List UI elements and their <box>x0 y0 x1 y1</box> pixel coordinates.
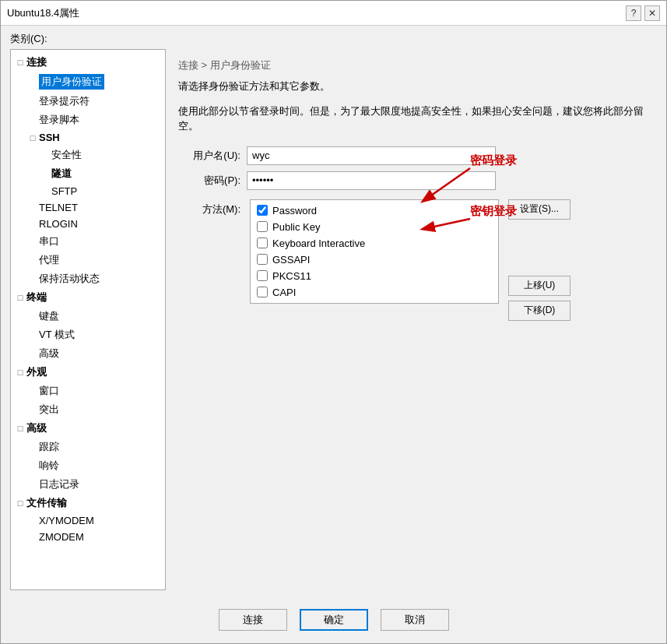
title-bar-buttons: ? ✕ <box>626 5 660 21</box>
method-item-password[interactable]: Password <box>254 203 495 218</box>
method-item-keyboard-interactive[interactable]: Keyboard Interactive <box>254 236 495 251</box>
terminal-children: 键盘 VT 模式 高级 <box>11 307 165 363</box>
sidebar-item-beep[interactable]: 响铃 <box>23 456 165 475</box>
appearance-children: 窗口 突出 <box>11 382 165 419</box>
footer: 连接 确定 取消 <box>1 600 666 643</box>
sidebar-item-connection[interactable]: □ 连接 <box>11 53 165 72</box>
sidebar-label-user-auth: 用户身份验证 <box>39 74 104 90</box>
sidebar-item-window[interactable]: 窗口 <box>23 382 165 400</box>
settings-button[interactable]: 设置(S)... <box>508 199 570 220</box>
method-label: 方法(M): <box>178 199 240 216</box>
sidebar-item-highlight[interactable]: 突出 <box>23 400 165 419</box>
sidebar-label-xymodem: X/YMODEM <box>39 515 94 526</box>
sidebar-item-tracking[interactable]: 跟踪 <box>23 438 165 456</box>
method-area: 方法(M): Password Public Key <box>178 199 651 321</box>
window-title: Ubuntu18.4属性 <box>7 6 79 20</box>
tree-toggle-connection: □ <box>14 58 26 67</box>
sidebar-label-telnet: TELNET <box>39 202 78 213</box>
checkbox-gssapi[interactable] <box>257 254 268 265</box>
sidebar-item-proxy[interactable]: 代理 <box>23 251 165 269</box>
sidebar-label-keyboard: 键盘 <box>39 309 59 323</box>
sidebar-item-advanced-terminal[interactable]: 高级 <box>23 344 165 363</box>
up-button[interactable]: 上移(U) <box>508 276 570 296</box>
sidebar-label-tracking: 跟踪 <box>39 440 59 454</box>
password-row: 密码(P): <box>178 171 651 190</box>
help-button[interactable]: ? <box>626 5 641 21</box>
cancel-button[interactable]: 取消 <box>381 609 449 631</box>
sidebar-label-security: 安全性 <box>51 148 82 162</box>
password-label: 密码(P): <box>178 174 240 188</box>
checkbox-pkcs11[interactable] <box>257 270 268 281</box>
method-item-public-key[interactable]: Public Key <box>254 220 495 234</box>
checkbox-capi[interactable] <box>257 287 268 297</box>
dialog-window: Ubuntu18.4属性 ? ✕ 类别(C): □ 连接 <box>0 0 667 644</box>
sidebar-item-user-auth[interactable]: 用户身份验证 <box>23 72 165 92</box>
sidebar-item-vt-mode[interactable]: VT 模式 <box>23 326 165 344</box>
method-item-pkcs11[interactable]: PKCS11 <box>254 269 495 283</box>
sidebar-item-advanced[interactable]: □ 高级 <box>11 419 165 438</box>
sidebar-label-log: 日志记录 <box>39 477 79 491</box>
method-item-capi[interactable]: CAPI <box>254 285 495 300</box>
sidebar-item-xymodem[interactable]: X/YMODEM <box>23 512 165 529</box>
checkbox-password[interactable] <box>257 205 268 216</box>
username-input[interactable] <box>247 146 496 165</box>
sidebar-label-terminal: 终端 <box>26 290 47 304</box>
username-label: 用户名(U): <box>178 149 240 163</box>
sidebar-label-advanced: 高级 <box>26 421 47 435</box>
sidebar-label-sftp: SFTP <box>51 185 77 197</box>
dialog-body: 类别(C): □ 连接 用户身份验证 <box>1 26 666 643</box>
sidebar-label-connection: 连接 <box>26 55 47 69</box>
sidebar-item-telnet[interactable]: TELNET <box>23 199 165 216</box>
password-input[interactable] <box>247 171 496 190</box>
checkbox-public-key[interactable] <box>257 221 268 232</box>
username-row: 用户名(U): <box>178 146 651 165</box>
sidebar-label-advanced-terminal: 高级 <box>39 347 59 361</box>
sidebar-item-login-prompt[interactable]: 登录提示符 <box>23 92 165 111</box>
sidebar-label-login-prompt: 登录提示符 <box>39 94 90 108</box>
sidebar-item-serial[interactable]: 串口 <box>23 232 165 251</box>
sidebar-item-security[interactable]: 安全性 <box>36 146 165 164</box>
checkbox-keyboard-interactive[interactable] <box>257 238 268 248</box>
sidebar-item-appearance[interactable]: □ 外观 <box>11 363 165 382</box>
sidebar-item-sftp[interactable]: SFTP <box>36 183 165 199</box>
breadcrumb: 连接 > 用户身份验证 <box>178 55 651 79</box>
method-label-password: Password <box>272 205 317 216</box>
sidebar-label-appearance: 外观 <box>26 365 47 379</box>
sidebar-label-beep: 响铃 <box>39 459 59 473</box>
desc-text-2: 使用此部分以节省登录时间。但是，为了最大限度地提高安全性，如果担心安全问题，建议… <box>178 104 651 134</box>
sidebar-item-file-transfer[interactable]: □ 文件传输 <box>11 494 165 512</box>
method-buttons: 设置(S)... 上移(U) 下移(D) <box>508 199 570 321</box>
ok-button[interactable]: 确定 <box>300 609 368 631</box>
sidebar-label-rlogin: RLOGIN <box>39 218 78 230</box>
title-bar: Ubuntu18.4属性 ? ✕ <box>1 1 666 26</box>
sidebar-label-vt-mode: VT 模式 <box>39 328 75 342</box>
sidebar-label-file-transfer: 文件传输 <box>26 496 67 510</box>
sidebar-item-terminal[interactable]: □ 终端 <box>11 288 165 307</box>
close-button[interactable]: ✕ <box>644 5 660 21</box>
desc-text-1: 请选择身份验证方法和其它参数。 <box>178 79 651 94</box>
sidebar-label-proxy: 代理 <box>39 253 59 267</box>
down-button[interactable]: 下移(D) <box>508 301 570 321</box>
connect-button[interactable]: 连接 <box>219 609 287 631</box>
advanced-children: 跟踪 响铃 日志记录 <box>11 438 165 494</box>
sidebar-item-keyboard[interactable]: 键盘 <box>23 307 165 326</box>
sidebar-item-zmodem[interactable]: ZMODEM <box>23 529 165 545</box>
method-label-capi: CAPI <box>272 287 296 298</box>
sidebar-item-login-script[interactable]: 登录脚本 <box>23 111 165 129</box>
sidebar-label-ssh: SSH <box>39 132 60 143</box>
sidebar-item-tunnel[interactable]: 隧道 <box>36 164 165 183</box>
method-label-keyboard-interactive: Keyboard Interactive <box>272 238 365 249</box>
method-label-gssapi: GSSAPI <box>272 254 310 266</box>
sidebar-item-ssh[interactable]: □ SSH <box>23 129 165 146</box>
sidebar-label-window: 窗口 <box>39 384 59 398</box>
method-label-public-key: Public Key <box>272 221 320 233</box>
sidebar-label-login-script: 登录脚本 <box>39 113 79 127</box>
sidebar-item-log[interactable]: 日志记录 <box>23 475 165 494</box>
sidebar-item-rlogin[interactable]: RLOGIN <box>23 216 165 232</box>
sidebar-tree: □ 连接 用户身份验证 登录提示符 <box>10 49 166 590</box>
method-label-pkcs11: PKCS11 <box>272 270 311 282</box>
connection-children: 用户身份验证 登录提示符 登录脚本 <box>11 72 165 288</box>
sidebar-label-keepalive: 保持活动状态 <box>39 272 100 286</box>
sidebar-item-keepalive[interactable]: 保持活动状态 <box>23 269 165 288</box>
method-item-gssapi[interactable]: GSSAPI <box>254 252 495 267</box>
